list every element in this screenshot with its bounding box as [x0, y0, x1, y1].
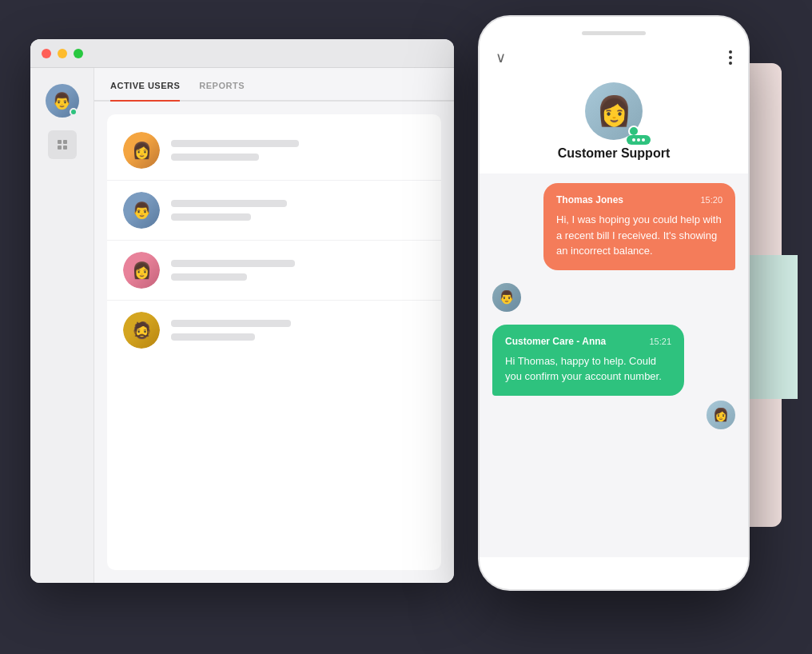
- window-titlebar: [30, 39, 454, 68]
- avatar-face-1: 👩: [123, 132, 160, 169]
- message-sender-name-1: Thomas Jones: [556, 194, 623, 205]
- app-sidebar: 👨: [30, 68, 94, 583]
- user-list-container: 👩 👨: [107, 114, 441, 570]
- message-user: Thomas Jones 15:20 Hi, I was hoping you …: [492, 183, 735, 270]
- window-content: 👨 ACTIVE USERS REPORTS: [30, 68, 454, 583]
- user-avatar-3: 👩: [123, 252, 160, 289]
- chevron-down-icon[interactable]: ∨: [496, 49, 506, 66]
- list-item[interactable]: 👨: [107, 181, 441, 241]
- chat-messages[interactable]: Thomas Jones 15:20 Hi, I was hoping you …: [480, 173, 748, 557]
- list-item[interactable]: 👩: [107, 121, 441, 181]
- svg-rect-1: [63, 140, 67, 144]
- user-info-4: [171, 320, 425, 341]
- user-info-2: [171, 200, 425, 221]
- app-main: ACTIVE USERS REPORTS 👩: [94, 68, 454, 583]
- close-button[interactable]: [42, 49, 51, 58]
- user-avatar-1: 👩: [123, 132, 160, 169]
- maximize-button[interactable]: [74, 49, 83, 58]
- tab-active-users[interactable]: ACTIVE USERS: [110, 81, 180, 102]
- chat-header: 👩 Customer Support: [480, 76, 748, 173]
- phone-body: ∨ 👩: [480, 17, 748, 557]
- user-name-line-1: [171, 140, 299, 147]
- bubble-dot-3: [642, 138, 645, 142]
- minimize-button[interactable]: [58, 49, 67, 58]
- chat-bubble-icon: [627, 135, 651, 145]
- list-item[interactable]: 👩: [107, 241, 441, 301]
- bubble-dot-2: [637, 138, 640, 142]
- chat-avatar-wrap: 👩: [585, 82, 643, 140]
- support-avatar-small: 👩: [707, 401, 735, 429]
- avatar-face-2: 👨: [123, 192, 160, 229]
- more-options-button[interactable]: [729, 50, 732, 65]
- sidebar-icon-1[interactable]: [48, 130, 77, 159]
- message-sender-name-2: Customer Care - Anna: [505, 336, 606, 347]
- list-item[interactable]: 🧔: [107, 301, 441, 360]
- scene: 👨 ACTIVE USERS REPORTS: [14, 15, 798, 639]
- desktop-window: 👨 ACTIVE USERS REPORTS: [30, 39, 454, 583]
- user-avatar-4: 🧔: [123, 312, 160, 349]
- message-bubble-orange: Thomas Jones 15:20 Hi, I was hoping you …: [543, 183, 735, 270]
- user-name-line-2: [171, 200, 287, 207]
- message-time-1: 15:20: [700, 195, 722, 205]
- user-detail-line-3: [171, 273, 247, 281]
- user-name-line-4: [171, 320, 291, 327]
- tab-reports[interactable]: REPORTS: [199, 81, 245, 100]
- user-detail-line-2: [171, 213, 251, 221]
- message-sender-row: 👨: [492, 283, 735, 312]
- chat-title: Customer Support: [558, 146, 670, 161]
- support-small-face: 👩: [707, 401, 735, 429]
- user-detail-line-1: [171, 154, 259, 161]
- message-support: Customer Care - Anna 15:21 Hi Thomas, ha…: [492, 325, 735, 429]
- user-detail-line-4: [171, 333, 255, 341]
- more-dot-3: [729, 62, 732, 65]
- user-name-line-3: [171, 260, 295, 267]
- svg-rect-2: [58, 146, 62, 150]
- message-meta-1: Thomas Jones 15:20: [556, 194, 722, 205]
- avatar-face-4: 🧔: [123, 312, 160, 349]
- sidebar-user-avatar[interactable]: 👨: [46, 84, 79, 118]
- more-dot-2: [729, 56, 732, 59]
- bubble-dot-1: [632, 138, 635, 142]
- app-tabs: ACTIVE USERS REPORTS: [94, 68, 454, 102]
- sender-avatar-face: 👨: [492, 283, 521, 312]
- reply-avatar-row: 👩: [492, 401, 735, 429]
- sidebar-online-indicator: [70, 108, 78, 116]
- svg-rect-0: [58, 140, 62, 144]
- support-message-row: Customer Care - Anna 15:21 Hi Thomas, ha…: [492, 325, 684, 396]
- message-time-2: 15:21: [649, 337, 671, 346]
- phone-notch: [582, 31, 646, 35]
- user-avatar-2: 👨: [123, 192, 160, 229]
- message-text-2: Hi Thomas, happy to help. Could you conf…: [505, 353, 671, 385]
- user-info-3: [171, 260, 425, 281]
- user-info-1: [171, 140, 425, 161]
- phone-notch-area: [480, 17, 748, 49]
- phone-header-row: ∨: [480, 49, 748, 76]
- message-meta-2: Customer Care - Anna 15:21: [505, 336, 671, 347]
- avatar-face-3: 👩: [123, 252, 160, 289]
- svg-rect-3: [63, 146, 67, 150]
- message-text-1: Hi, I was hoping you could help with a r…: [556, 212, 722, 259]
- sender-avatar-small: 👨: [492, 283, 521, 312]
- message-bubble-green: Customer Care - Anna 15:21 Hi Thomas, ha…: [492, 325, 684, 396]
- more-dot-1: [729, 50, 732, 54]
- mobile-phone: ∨ 👩: [478, 15, 750, 591]
